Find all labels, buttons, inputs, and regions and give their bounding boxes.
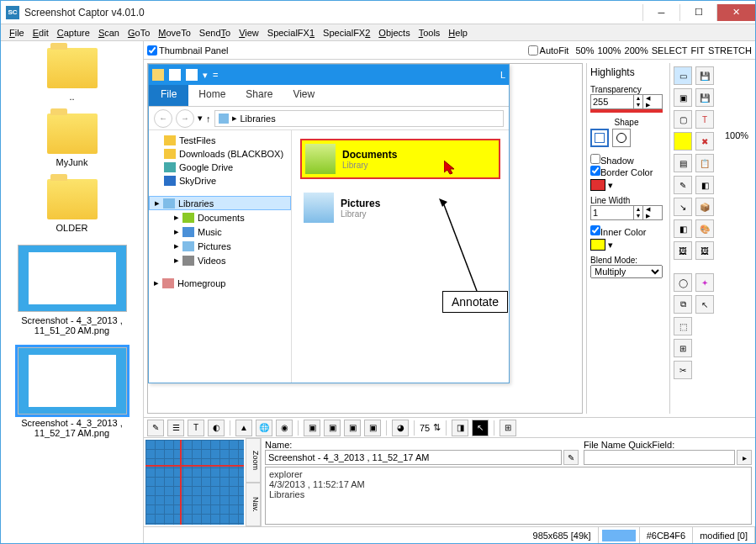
zoom-grid[interactable] xyxy=(145,440,244,525)
zoom-stretch[interactable]: STRETCH xyxy=(708,45,752,55)
btool-icon[interactable]: ▣ xyxy=(344,420,361,436)
tree-pictures[interactable]: ▸Pictures xyxy=(149,239,291,253)
btool-icon[interactable]: ▲ xyxy=(235,420,252,436)
tree-gdrive[interactable]: Google Drive xyxy=(149,161,291,174)
dropdown-icon[interactable]: ▾ xyxy=(608,240,613,251)
tool-clipboard-icon[interactable]: 📋 xyxy=(695,154,714,172)
qat-icon[interactable] xyxy=(186,69,198,81)
tool-image2-icon[interactable]: 🖼 xyxy=(695,241,714,260)
lib-documents[interactable]: DocumentsLibrary xyxy=(300,139,500,179)
menu-fx1[interactable]: SpecialFX1 xyxy=(264,26,318,40)
tool-package-icon[interactable]: 📦 xyxy=(695,198,714,216)
thumb-screenshot-1[interactable]: Screenshot - 4_3_2013 , 11_51_20 AM.png xyxy=(9,245,135,335)
nav-up-button[interactable]: ↑ xyxy=(206,114,211,124)
zoom-select[interactable]: SELECT xyxy=(652,45,688,55)
tool-eraser-icon[interactable]: ◧ xyxy=(695,176,714,194)
btool-icon[interactable]: ⊞ xyxy=(500,420,516,436)
shape-circle-button[interactable] xyxy=(612,129,631,147)
nav-back-button[interactable]: ← xyxy=(154,109,172,128)
transparency-input[interactable]: ▲▼◀▶ xyxy=(590,94,663,109)
dropdown-icon[interactable]: ▾ xyxy=(608,180,613,191)
border-check[interactable]: Border Color xyxy=(590,166,663,177)
blend-mode-select[interactable]: Multiply xyxy=(590,265,663,278)
btool-icon[interactable]: 🌐 xyxy=(256,420,272,436)
ribbon-file[interactable]: File xyxy=(149,85,188,106)
tree-music[interactable]: ▸Music xyxy=(149,224,291,239)
tool-dashed-icon[interactable]: ▢ xyxy=(674,110,692,129)
btool-spinner[interactable]: ⇅ xyxy=(433,422,441,433)
btool-icon[interactable]: ◨ xyxy=(452,420,468,436)
menu-capture[interactable]: Capture xyxy=(54,26,93,40)
tool-copy-icon[interactable]: ⧉ xyxy=(674,295,692,314)
zoom-100[interactable]: 100% xyxy=(597,45,621,55)
autofit-check[interactable]: AutoFit xyxy=(528,45,569,55)
tool-select-icon[interactable]: ⬚ xyxy=(674,317,692,335)
tree-libraries[interactable]: ▸Libraries xyxy=(149,196,291,210)
description-box[interactable]: explorer 4/3/2013 , 11:52:17 AM Librarie… xyxy=(265,467,752,525)
tool-palette-icon[interactable]: 🎨 xyxy=(695,219,714,238)
tool-image-icon[interactable]: 🖼 xyxy=(674,241,692,260)
menu-scan[interactable]: Scan xyxy=(95,26,123,40)
btool-icon[interactable]: ☰ xyxy=(167,420,184,436)
tool-shapes-icon[interactable]: ◧ xyxy=(674,219,692,238)
tool-arrow-icon[interactable]: ↘ xyxy=(674,198,692,216)
tool-pencil-icon[interactable]: ✎ xyxy=(674,176,692,194)
shape-rect-button[interactable] xyxy=(590,129,609,147)
menu-goto[interactable]: GoTo xyxy=(124,26,153,40)
tree-downloads[interactable]: Downloads (BLACKBOX) xyxy=(149,147,291,161)
btool-icon[interactable]: ▣ xyxy=(324,420,341,436)
tree-testfiles[interactable]: TestFiles xyxy=(149,134,291,147)
tool-text-icon[interactable]: ▤ xyxy=(674,154,692,172)
tool-frame-icon[interactable]: ▣ xyxy=(674,88,692,107)
menu-sendto[interactable]: SendTo xyxy=(196,26,234,40)
tool-wand-icon[interactable]: ✦ xyxy=(695,273,714,292)
zoom-tab[interactable]: Zoom xyxy=(246,438,261,483)
ribbon-share[interactable]: Share xyxy=(235,85,283,106)
breadcrumb[interactable]: ▸ Libraries xyxy=(214,110,505,127)
menu-moveto[interactable]: MoveTo xyxy=(155,26,194,40)
canvas[interactable]: ▾ = L File Home Share View ← → ▾ xyxy=(147,63,583,414)
btool-color-icon[interactable]: ◕ xyxy=(392,420,409,436)
menu-view[interactable]: View xyxy=(235,26,262,40)
btool-icon[interactable]: ▣ xyxy=(364,420,381,436)
thumb-myjunk[interactable]: MyJunk xyxy=(47,114,98,167)
shadow-check[interactable]: Shadow xyxy=(590,154,663,166)
btool-cursor-icon[interactable]: ↖ xyxy=(472,420,489,436)
close-button[interactable]: ✕ xyxy=(716,4,755,21)
tree-homegroup[interactable]: ▸Homegroup xyxy=(149,276,291,290)
qat-icon[interactable] xyxy=(169,69,181,81)
menu-help[interactable]: Help xyxy=(445,26,471,40)
tool-fill-yellow-icon[interactable] xyxy=(674,132,692,151)
tool-saveas-icon[interactable]: 💾 xyxy=(695,88,714,107)
zoom-50[interactable]: 50% xyxy=(575,45,594,55)
ribbon-view[interactable]: View xyxy=(283,85,325,106)
tool-save-icon[interactable]: 💾 xyxy=(695,66,714,85)
tool-crop2-icon[interactable]: ✂ xyxy=(674,361,692,379)
menu-tools[interactable]: Tools xyxy=(415,26,444,40)
thumb-parent[interactable]: .. xyxy=(47,48,98,102)
btool-icon[interactable]: ◐ xyxy=(208,420,225,436)
tree-skydrive[interactable]: SkyDrive xyxy=(149,174,291,187)
thumb-screenshot-2[interactable]: Screenshot - 4_3_2013 , 11_52_17 AM.png xyxy=(9,347,135,438)
nav-forward-button[interactable]: → xyxy=(176,109,194,128)
linewidth-input[interactable]: ▲▼◀▶ xyxy=(590,205,663,220)
tool-pointer-icon[interactable]: ↖ xyxy=(695,295,714,314)
menu-file[interactable]: File xyxy=(6,26,28,40)
name-input[interactable] xyxy=(265,450,562,465)
maximize-button[interactable]: ☐ xyxy=(679,4,716,21)
ribbon-home[interactable]: Home xyxy=(188,85,235,106)
btool-icon[interactable]: ▣ xyxy=(304,420,320,436)
tool-crop-icon[interactable]: ⊞ xyxy=(674,339,692,357)
tool-text2-icon[interactable]: T xyxy=(695,110,714,129)
minimize-button[interactable]: ─ xyxy=(642,4,679,21)
thumbnail-panel-check[interactable]: Thumbnail Panel xyxy=(147,45,229,55)
menu-edit[interactable]: Edit xyxy=(29,26,52,40)
nav-tab[interactable]: Nav. xyxy=(246,483,261,527)
tree-documents[interactable]: ▸Documents xyxy=(149,210,291,224)
tree-videos[interactable]: ▸Videos xyxy=(149,253,291,267)
name-action-icon[interactable]: ✎ xyxy=(563,450,579,465)
btool-icon[interactable]: T xyxy=(188,420,204,436)
inner-color-swatch[interactable] xyxy=(590,239,605,251)
btool-icon[interactable]: ✎ xyxy=(147,420,164,436)
tool-rect-icon[interactable]: ▭ xyxy=(674,66,692,85)
